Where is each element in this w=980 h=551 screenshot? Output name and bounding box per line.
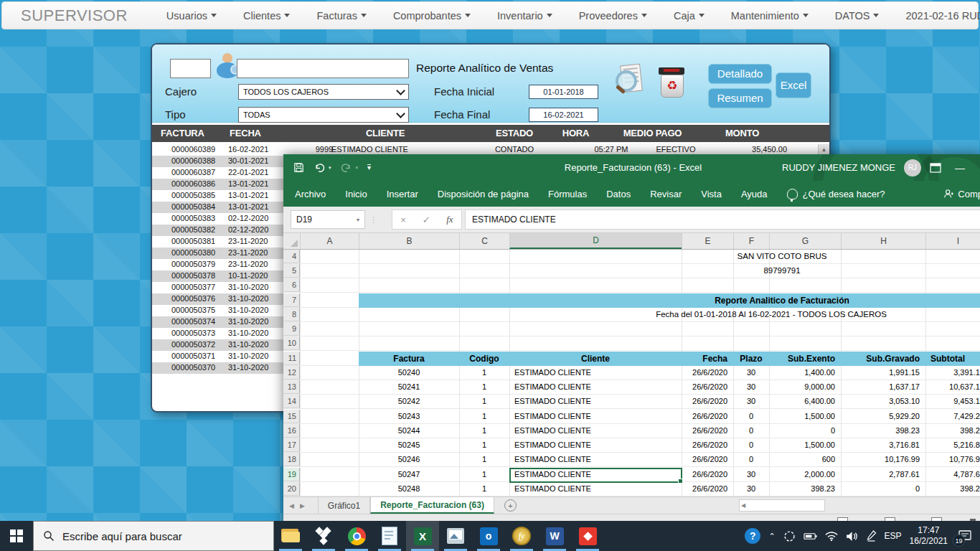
column-header-C[interactable]: C — [459, 233, 509, 249]
sheet-cell[interactable]: 1,637.17 — [841, 382, 925, 391]
taskbar-app-excel[interactable]: X — [406, 521, 439, 551]
column-header-I[interactable]: I — [925, 233, 980, 249]
fecha-inicial-input[interactable]: 01-01-2018 — [529, 85, 598, 99]
sheet-cell[interactable]: 1 — [459, 484, 509, 493]
sheet-cell[interactable]: 50244 — [359, 426, 459, 435]
sheet-cell[interactable]: 1 — [459, 368, 509, 377]
sheet-row-17[interactable]: 17502451ESTIMADO CLIENTE26/6/202001,500.… — [283, 438, 980, 453]
sheet-cell[interactable]: 1,500.00 — [769, 412, 841, 420]
sheet-cell[interactable]: 600 — [769, 455, 841, 463]
menu-item-clientes[interactable]: Clientes — [243, 10, 290, 22]
sheet-row-9[interactable]: 9 — [283, 322, 980, 336]
row-header-10[interactable]: 10 — [283, 336, 300, 350]
sheet-cell[interactable]: Plazo — [733, 354, 769, 364]
sheet-row-18[interactable]: 18502461ESTIMADO CLIENTE26/6/2020060010,… — [283, 453, 980, 467]
row-header-15[interactable]: 15 — [283, 410, 300, 423]
column-header-D[interactable]: D — [509, 233, 682, 249]
sheet-cell[interactable]: 30 — [733, 484, 769, 493]
taskbar-app-word[interactable]: W — [538, 521, 571, 551]
taskbar-app-diamond-app[interactable] — [571, 521, 604, 551]
taskbar-app-dropbox[interactable] — [307, 521, 340, 551]
sheet-cell[interactable]: 50246 — [359, 455, 459, 463]
sheet-cell[interactable]: 0 — [841, 484, 925, 493]
sheet-cell[interactable]: 1 — [459, 412, 509, 420]
sheet-row-6[interactable]: 6 — [283, 278, 980, 293]
sheet-cell[interactable]: 50243 — [359, 412, 459, 420]
sheet-cell[interactable]: 398.23 — [769, 484, 841, 493]
menu-item-mantenimiento[interactable]: Mantenimiento — [731, 10, 809, 22]
select-all-corner[interactable] — [283, 233, 301, 249]
excel-button[interactable]: Excel — [776, 72, 811, 98]
language-indicator[interactable]: ESP — [885, 531, 902, 541]
sheet-cell[interactable]: 50240 — [359, 368, 459, 377]
row-header-20[interactable]: 20 — [283, 482, 300, 496]
sheet-cell[interactable]: 50241 — [359, 382, 459, 391]
taskbar-app-photo-viewer[interactable] — [439, 521, 472, 551]
sheet-cell[interactable]: 30 — [733, 368, 769, 377]
sheet-cell[interactable]: 5,216.81 — [925, 441, 980, 449]
sheet-row-13[interactable]: 13502411ESTIMADO CLIENTE26/6/2020309,000… — [283, 380, 980, 395]
row-header-13[interactable]: 13 — [283, 380, 300, 394]
sheet-cell[interactable]: 2,000.00 — [769, 470, 841, 479]
action-center-icon[interactable]: 19 — [956, 527, 974, 545]
row-header-12[interactable]: 12 — [283, 366, 300, 380]
row-header-5[interactable]: 5 — [283, 264, 300, 278]
menu-item-comprobantes[interactable]: Comprobantes — [393, 10, 471, 22]
sheet-cell[interactable]: 398.23 — [925, 484, 980, 493]
sheet-cell[interactable]: ESTIMADO CLIENTE — [509, 397, 682, 405]
row-header-8[interactable]: 8 — [283, 308, 300, 321]
sheet-cell[interactable]: Cliente — [509, 354, 682, 364]
sheet-row-8[interactable]: 8Fecha del 01-01-2018 Al 16-02-2021 - TO… — [283, 308, 980, 322]
sheet-cell[interactable]: 9,453.10 — [925, 397, 980, 405]
sheet-row-11[interactable]: 11FacturaCodigoClienteFechaPlazoSub.Exen… — [283, 352, 980, 366]
sheet-cell[interactable]: 3,391.15 — [925, 368, 980, 377]
customize-qat-icon[interactable]: ▾ — [367, 164, 371, 171]
sheet-cell[interactable]: 26/6/2020 — [682, 470, 733, 479]
sheet-cell[interactable]: 0 — [733, 455, 769, 463]
sheet-cell[interactable]: 1 — [459, 426, 509, 435]
hidden-icons-chevron[interactable]: ⌃ — [768, 532, 775, 541]
column-header-F[interactable]: F — [733, 233, 769, 249]
ribbon-tab-ayuda[interactable]: Ayuda — [741, 189, 768, 199]
sheet-row-14[interactable]: 14502421ESTIMADO CLIENTE26/6/2020306,400… — [283, 395, 980, 409]
sheet-row-15[interactable]: 15502431ESTIMADO CLIENTE26/6/202001,500.… — [283, 410, 980, 424]
sheet-cell[interactable]: 0 — [733, 441, 769, 449]
preview-icon[interactable] — [614, 65, 649, 99]
sheet-cell[interactable]: 26/6/2020 — [682, 455, 733, 463]
sheet-cell[interactable]: 10,176.99 — [841, 455, 925, 463]
sheet-cell[interactable]: 1,400.00 — [769, 368, 841, 377]
battery-icon[interactable] — [804, 531, 817, 542]
help-tray-icon[interactable]: ? — [745, 528, 760, 544]
column-header-B[interactable]: B — [359, 233, 459, 249]
sheet-cell[interactable]: Subtotal — [925, 354, 980, 364]
ribbon-display-options-icon[interactable] — [930, 163, 941, 173]
column-header-G[interactable]: G — [769, 233, 841, 249]
sheet-row-10[interactable]: 10 — [283, 336, 980, 351]
sheet-cell[interactable]: Fecha — [682, 354, 733, 364]
sheet-cell[interactable]: 50248 — [359, 484, 459, 493]
sheet-cell[interactable]: 26/6/2020 — [682, 412, 733, 420]
column-header-E[interactable]: E — [682, 233, 733, 249]
accessibility-tray-icon[interactable] — [783, 530, 796, 542]
row-header-14[interactable]: 14 — [283, 395, 300, 408]
sheet-cell[interactable]: ESTIMADO CLIENTE — [509, 412, 682, 420]
pen-icon[interactable] — [866, 530, 877, 542]
sheet-row-12[interactable]: 12502401ESTIMADO CLIENTE26/6/2020301,400… — [283, 366, 980, 380]
sheet-row-20[interactable]: 20502481ESTIMADO CLIENTE26/6/202030398.2… — [283, 482, 980, 496]
sheet-tab-gra-fico1[interactable]: Gráfico1 — [318, 497, 370, 514]
account-avatar[interactable]: RJ — [904, 159, 921, 176]
sheet-cell[interactable]: ESTIMADO CLIENTE — [509, 441, 682, 449]
spreadsheet-grid[interactable]: 4SAN VITO COTO BRUS58979979167Reporte An… — [283, 250, 980, 496]
ribbon-tab-disposicio-n-de-pa-gina[interactable]: Disposición de página — [438, 189, 529, 199]
sheet-cell[interactable]: 50245 — [359, 441, 459, 449]
sheet-cell[interactable]: 2,787.61 — [841, 470, 925, 479]
fecha-final-input[interactable]: 16-02-2021 — [529, 108, 598, 122]
ribbon-tab-fo-rmulas[interactable]: Fórmulas — [548, 189, 587, 199]
user-menu[interactable]: 2021-02-16 RUDDY — [905, 10, 980, 22]
taskbar-app-outlook[interactable]: o — [472, 521, 505, 551]
sheet-cell[interactable]: 0 — [733, 426, 769, 435]
sheet-cell[interactable]: 30 — [733, 382, 769, 391]
sheet-cell[interactable]: 1 — [459, 382, 509, 391]
sheet-cell[interactable]: 7,429.20 — [925, 412, 980, 420]
sheet-cell[interactable]: 0 — [733, 412, 769, 420]
